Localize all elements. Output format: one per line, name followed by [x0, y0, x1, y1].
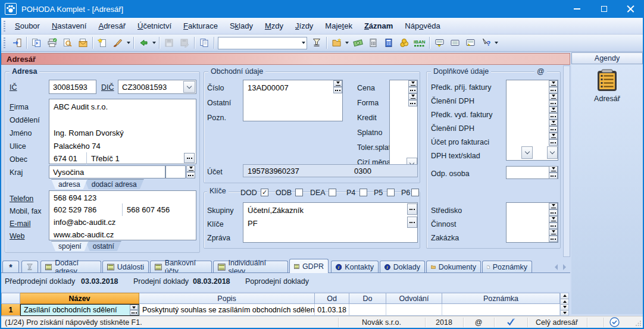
mobil-field[interactable]: 602 529 786	[50, 203, 121, 216]
tab-udalosti[interactable]: Události	[102, 261, 149, 272]
dic-dropdown-button[interactable]	[183, 81, 195, 93]
dph-text-dropdown-button[interactable]	[521, 146, 533, 159]
menu-mzdy[interactable]: Mzdy	[259, 19, 289, 33]
back-dropdown-arrow[interactable]	[151, 36, 157, 50]
row-od-cell[interactable]: 01.03.18	[315, 304, 349, 316]
more-button[interactable]	[130, 310, 138, 315]
status-check-icon[interactable]	[609, 317, 620, 327]
more-button[interactable]	[549, 173, 558, 179]
tab-scroll-right-button[interactable]	[561, 263, 568, 271]
more-button[interactable]	[549, 236, 558, 242]
quick-search-combobox[interactable]	[218, 37, 307, 49]
subtab-spojeni[interactable]: spojení	[51, 241, 89, 251]
obec-field[interactable]: Třebíč 1	[87, 152, 195, 164]
more-button[interactable]	[549, 100, 558, 106]
close-button[interactable]	[617, 0, 644, 18]
dph-sklad-dropdown-button[interactable]	[547, 146, 558, 159]
menu-sklady[interactable]: Sklady	[224, 19, 259, 33]
folder-dropdown-arrow[interactable]	[344, 36, 350, 50]
scroll-last-button[interactable]	[561, 311, 568, 316]
help-dropdown-arrow[interactable]	[493, 36, 499, 50]
subtab-dodaci-adresa[interactable]: dodací adresa	[85, 179, 144, 189]
menu-nastaveni[interactable]: Nastavení	[46, 19, 93, 33]
tab-gdpr-active[interactable]: GDPR	[289, 259, 329, 273]
status-edit-indicator[interactable]	[494, 318, 527, 327]
menu-majetek[interactable]: Majetek	[319, 19, 358, 33]
klice-field[interactable]: PF	[244, 217, 417, 230]
more-button[interactable]	[408, 100, 417, 106]
status-year[interactable]: 2018	[425, 318, 463, 327]
tab-individualni-slevy[interactable]: Individuální slevy	[213, 261, 288, 272]
status-filter-name[interactable]: Celý adresář	[536, 318, 578, 327]
menu-grip-handle[interactable]	[3, 20, 6, 32]
row-odvolani-cell[interactable]	[386, 304, 442, 316]
scroll-next-button[interactable]	[561, 305, 568, 311]
menu-adresar[interactable]: Adresář	[92, 19, 132, 33]
more-button[interactable]	[549, 139, 558, 146]
mail-icon[interactable]	[75, 36, 90, 50]
fax-field[interactable]: 568 607 456	[123, 203, 195, 216]
firma-field[interactable]: ABC Audit s.r.o.	[50, 100, 195, 113]
web-field[interactable]: www.abc-audit.cz	[50, 228, 195, 240]
edit-brush-icon[interactable]	[110, 36, 126, 50]
iban-icon[interactable]: IBAN	[412, 36, 427, 50]
print-preview-icon[interactable]	[60, 36, 75, 50]
scroll-first-button[interactable]	[561, 293, 568, 299]
calculator-blue-icon[interactable]	[381, 36, 396, 50]
checkbox-p6[interactable]	[411, 189, 419, 196]
close-agenda-icon[interactable]	[9, 36, 24, 50]
minimize-button[interactable]	[564, 0, 590, 18]
more-button[interactable]	[549, 126, 558, 133]
subtab-ostatni[interactable]: ostatní	[86, 241, 121, 251]
checkbox-dea[interactable]	[329, 189, 336, 196]
menu-soubor[interactable]: Soubor	[9, 19, 46, 33]
tab-scroll-left-button[interactable]	[552, 263, 559, 271]
agendy-item-adresar[interactable]: Adresář	[571, 67, 643, 103]
dropdown-button[interactable]	[186, 165, 195, 172]
back-icon[interactable]	[136, 36, 151, 50]
subtab-adresa[interactable]: adresa	[51, 179, 87, 189]
ic-field[interactable]: 30081593	[49, 80, 96, 94]
table-header-odvolani[interactable]: Odvolání	[386, 293, 442, 304]
row-poznamka-cell[interactable]	[442, 304, 560, 316]
toolbar-grip-handle[interactable]	[3, 37, 6, 49]
dropdown-button[interactable]	[549, 93, 558, 100]
menu-napoveda[interactable]: Nápověda	[399, 19, 446, 33]
table-header-nazev[interactable]: Název	[20, 293, 139, 304]
more-button[interactable]	[549, 209, 558, 216]
edit-dropdown-arrow[interactable]	[126, 36, 132, 50]
psc-field[interactable]: 674 01	[50, 152, 83, 164]
dropdown-button[interactable]	[549, 80, 558, 87]
checkbox-odb[interactable]	[295, 189, 303, 196]
scroll-prev-button[interactable]	[561, 299, 568, 305]
dropdown-button[interactable]	[549, 203, 558, 209]
context-help-icon[interactable]: ?	[478, 36, 493, 50]
row-popis-cell[interactable]: Poskytnutý souhlas se zasíláním obchodní…	[139, 304, 315, 316]
menu-zaznam[interactable]: Záznam	[358, 19, 399, 33]
zprava-field[interactable]	[244, 230, 417, 242]
more-button[interactable]	[186, 172, 195, 178]
skupiny-field[interactable]: Účetní,Zákazník	[244, 203, 417, 217]
row-nazev-cell[interactable]: Zasílání obchodních sdělení	[20, 304, 139, 316]
dropdown-button[interactable]	[408, 80, 417, 87]
copy-icon[interactable]	[196, 36, 212, 50]
tab-filter[interactable]	[21, 261, 38, 272]
skupiny-more-button[interactable]	[407, 203, 417, 215]
open-copy-icon[interactable]	[29, 36, 44, 50]
table-header-popis[interactable]: Popis	[139, 293, 315, 304]
menu-ucetnictvi[interactable]: Účetnictví	[132, 19, 177, 33]
coins-icon[interactable]	[396, 36, 412, 50]
maximize-button[interactable]	[590, 0, 617, 18]
search-dropdown-arrow[interactable]	[301, 36, 307, 50]
status-company[interactable]: Novák s.r.o.	[338, 318, 425, 327]
money-icon[interactable]	[350, 36, 365, 50]
cislo-field[interactable]: 13AD00007	[244, 81, 342, 94]
status-at[interactable]: @	[463, 318, 494, 327]
dropdown-button[interactable]	[549, 216, 558, 223]
more-button[interactable]	[408, 87, 417, 93]
jmeno-field[interactable]: Ing. Roman Dvorský	[50, 126, 195, 139]
checkbox-p5[interactable]	[387, 189, 395, 196]
more-button[interactable]	[333, 87, 342, 93]
tab-poznamky[interactable]: Poznámky	[482, 261, 532, 272]
view-table-icon[interactable]	[447, 36, 462, 50]
